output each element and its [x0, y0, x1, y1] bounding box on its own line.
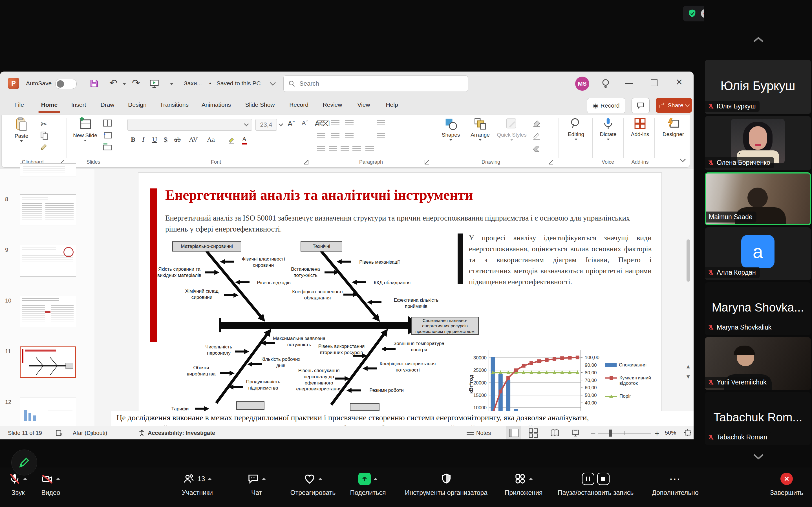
- scroll-down-icon[interactable]: ▼: [686, 374, 691, 380]
- italic-button[interactable]: I: [142, 136, 144, 144]
- tab-review[interactable]: Review: [319, 98, 346, 112]
- tab-animations[interactable]: Animations: [198, 98, 235, 112]
- search-input[interactable]: [299, 80, 441, 88]
- thumbnail-slide-9[interactable]: [20, 245, 76, 277]
- tab-transitions[interactable]: Transitions: [157, 98, 192, 112]
- align-text-icon[interactable]: [377, 120, 385, 127]
- collapse-ribbon-icon[interactable]: [680, 156, 686, 162]
- redo-icon[interactable]: ↷: [132, 77, 140, 89]
- tab-design[interactable]: Design: [124, 98, 151, 112]
- columns-icon[interactable]: [365, 146, 374, 153]
- bold-button[interactable]: B: [131, 136, 135, 144]
- video-button[interactable]: Видео: [34, 471, 68, 497]
- shape-fill-icon[interactable]: [532, 118, 541, 127]
- font-size-caret-icon[interactable]: [278, 122, 283, 126]
- language-indicator[interactable]: Afar (Djibouti): [73, 426, 107, 439]
- apps-button[interactable]: Приложения: [500, 471, 548, 497]
- slide-canvas[interactable]: Енергетичний аналіз та аналітичні інстру…: [138, 172, 662, 426]
- tab-file[interactable]: File: [9, 98, 29, 112]
- video-caret-icon[interactable]: [56, 478, 60, 480]
- tab-draw[interactable]: Draw: [96, 98, 118, 112]
- pause-stop-recording-button[interactable]: Пауза/остановить запись: [550, 471, 642, 497]
- align-left-icon[interactable]: [317, 146, 325, 153]
- strikethrough-button[interactable]: ab: [174, 136, 181, 144]
- pause-recording-icon[interactable]: [582, 473, 594, 485]
- copy-icon[interactable]: [40, 131, 49, 140]
- tab-view[interactable]: View: [353, 98, 374, 112]
- shape-effects-icon[interactable]: [532, 144, 541, 153]
- thumbnail-slide7-partial[interactable]: [20, 163, 76, 177]
- zoom-out-button[interactable]: −: [591, 429, 596, 438]
- zoom-slider-track[interactable]: [598, 433, 651, 434]
- start-slideshow-icon[interactable]: [149, 78, 160, 89]
- cut-icon[interactable]: ✂: [41, 119, 47, 129]
- accessibility-status[interactable]: Accessibility: Investigate: [138, 426, 215, 439]
- font-size-box[interactable]: 23,4: [255, 119, 277, 131]
- reactions-button[interactable]: Отреагировать: [283, 471, 343, 497]
- thumbnail-slide-11[interactable]: [20, 346, 76, 378]
- font-dialog-launcher[interactable]: [304, 160, 308, 165]
- reactions-caret-icon[interactable]: [318, 478, 322, 480]
- shrink-font-icon[interactable]: Aˇ: [302, 119, 308, 127]
- stop-recording-icon[interactable]: [597, 473, 610, 485]
- fit-to-window-icon[interactable]: [683, 429, 692, 437]
- section-icon[interactable]: [103, 143, 112, 151]
- screen-share-button[interactable]: Поделиться: [345, 471, 391, 497]
- paragraph-dialog-launcher[interactable]: [424, 160, 429, 165]
- quick-styles-button[interactable]: Quick Styles: [496, 117, 527, 141]
- smartart-icon[interactable]: [377, 133, 385, 140]
- new-slide-button[interactable]: New Slide: [71, 117, 99, 142]
- participant-tile[interactable]: a Алла Кордан: [705, 227, 811, 280]
- participant-tile[interactable]: Yurii Veremiichuk: [705, 337, 811, 390]
- justify-icon[interactable]: [352, 146, 361, 153]
- participant-tile[interactable]: Maryna Shovka... Maryna Shovkaliuk: [705, 282, 811, 335]
- decrease-indent-icon[interactable]: [317, 133, 325, 140]
- audio-caret-icon[interactable]: [23, 478, 27, 480]
- apps-caret-icon[interactable]: [529, 478, 533, 480]
- spellcheck-button[interactable]: [55, 426, 63, 439]
- close-button[interactable]: ×: [676, 76, 682, 88]
- participant-tile[interactable]: Юлія Буркуш Юлія Буркуш: [705, 60, 811, 114]
- tab-insert[interactable]: Insert: [67, 98, 90, 112]
- change-case-button[interactable]: Aa: [207, 136, 215, 144]
- minimize-button[interactable]: [625, 83, 633, 83]
- quickaccess-caret-icon[interactable]: [170, 83, 173, 85]
- shape-outline-icon[interactable]: [532, 131, 541, 140]
- share-button[interactable]: Share: [656, 98, 692, 113]
- view-reading-button[interactable]: [550, 426, 559, 439]
- participants-caret-icon[interactable]: [208, 478, 212, 480]
- audio-button[interactable]: Звук: [2, 471, 34, 497]
- saved-status-caret-icon[interactable]: [270, 80, 276, 86]
- underline-button[interactable]: U: [152, 136, 157, 144]
- share-caret-icon[interactable]: [373, 478, 377, 480]
- participant-tile-active-speaker[interactable]: Maimun Saade: [705, 172, 811, 225]
- drawing-dialog-launcher[interactable]: [549, 160, 553, 165]
- notes-button[interactable]: Notes: [467, 426, 491, 439]
- lightbulb-icon[interactable]: [600, 78, 611, 89]
- tab-slideshow[interactable]: Slide Show: [241, 98, 278, 112]
- autosave-toggle[interactable]: [55, 79, 77, 89]
- tab-record[interactable]: Record: [285, 98, 312, 112]
- more-button[interactable]: ⋯ Дополнительно: [649, 471, 702, 497]
- view-slideshow-button[interactable]: [571, 426, 580, 439]
- tab-help[interactable]: Help: [381, 98, 403, 112]
- char-spacing-button[interactable]: AV: [189, 136, 198, 144]
- save-icon[interactable]: [89, 78, 99, 89]
- designer-button[interactable]: Designer: [659, 117, 688, 137]
- font-name-box[interactable]: [128, 119, 252, 131]
- increase-indent-icon[interactable]: [331, 133, 340, 140]
- text-direction-icon[interactable]: [345, 133, 354, 140]
- editing-button[interactable]: Editing: [563, 117, 589, 140]
- vertical-scrollbar-thumb[interactable]: [687, 239, 690, 282]
- align-right-icon[interactable]: [341, 146, 349, 153]
- document-title[interactable]: Захи...: [184, 80, 202, 87]
- scroll-participants-down-icon[interactable]: [752, 453, 765, 460]
- view-sorter-button[interactable]: [529, 426, 538, 439]
- restore-button[interactable]: [651, 79, 658, 86]
- numbering-icon[interactable]: [331, 120, 340, 127]
- record-button[interactable]: ◉Record: [587, 98, 625, 113]
- paste-button[interactable]: Paste: [10, 117, 33, 142]
- chat-caret-icon[interactable]: [262, 478, 266, 480]
- zoom-percentage[interactable]: 50%: [665, 430, 676, 436]
- reset-slide-icon[interactable]: [103, 131, 112, 139]
